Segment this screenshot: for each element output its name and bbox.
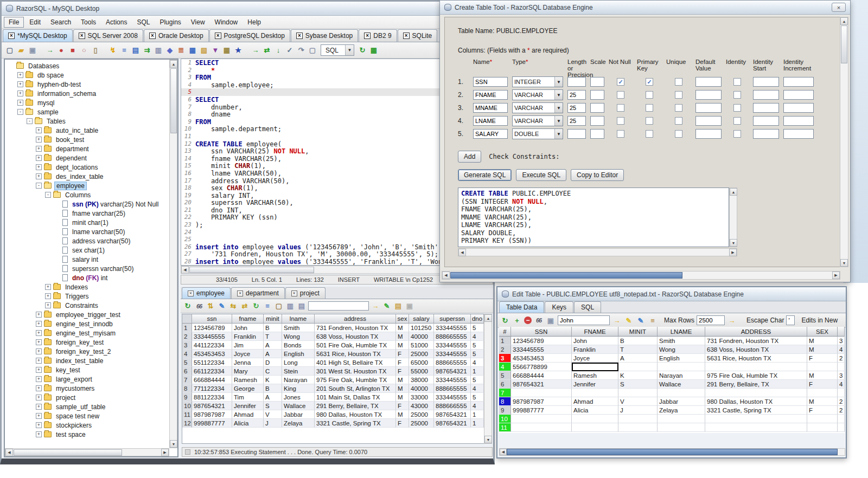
- cell[interactable]: M: [396, 376, 409, 384]
- column-header-fname[interactable]: fname: [232, 314, 264, 324]
- cell[interactable]: 33000: [409, 393, 434, 402]
- table-row[interactable]: 3441122334JimABonds501 Fire Oak, Humble …: [182, 341, 484, 350]
- cell[interactable]: 771122334: [192, 384, 232, 393]
- expand-icon[interactable]: +: [36, 137, 42, 143]
- cell[interactable]: 638 Voss, Houston TX: [705, 345, 807, 354]
- scale-input[interactable]: [590, 116, 604, 126]
- tree-item-hyphen-db-test[interactable]: +hyphen-db-test: [6, 80, 169, 89]
- scroll-down-icon[interactable]: ▼: [730, 239, 737, 247]
- cell[interactable]: 888665555: [434, 384, 471, 393]
- column-name-input[interactable]: [473, 77, 508, 87]
- generated-sql-preview[interactable]: CREATE TABLE PUBLIC.EMPLOYEE(SSN INTEGER…: [458, 188, 729, 247]
- identity-checkbox[interactable]: [733, 117, 741, 125]
- tree-item-mycustomers[interactable]: +mycustomers: [6, 384, 169, 393]
- cell[interactable]: Smith: [282, 324, 315, 332]
- cell[interactable]: 999887777: [511, 406, 572, 415]
- scale-input[interactable]: [590, 103, 604, 113]
- identity-start-input[interactable]: [753, 129, 779, 139]
- cell[interactable]: 1: [471, 419, 484, 428]
- cell[interactable]: 5: [471, 350, 484, 358]
- copy-icon[interactable]: ▥: [154, 46, 163, 55]
- edit-table-icon[interactable]: ▦: [188, 46, 197, 55]
- identity-increment-input[interactable]: [783, 77, 814, 87]
- tree-item-key-test[interactable]: +key_test: [6, 365, 169, 374]
- collapse-icon[interactable]: -: [27, 118, 33, 124]
- cell[interactable]: 301 West St. Houston TX: [315, 367, 396, 376]
- db-refresh-icon[interactable]: ↻: [251, 301, 261, 311]
- connection-tab-oracle-desktop[interactable]: ×Oracle Desktop: [144, 29, 209, 42]
- cell[interactable]: Zelaya: [658, 406, 705, 415]
- tree-item-stockpickers[interactable]: +stockpickers: [6, 421, 169, 430]
- copy-to-editor-button[interactable]: Copy to Editor: [571, 169, 624, 181]
- table-row[interactable]: 11987987987AhmadVJabbar980 Dallas, Houst…: [182, 410, 484, 419]
- tree-item-employee-trigger-test[interactable]: +employee_trigger_test: [6, 310, 169, 319]
- cell[interactable]: 661122334: [192, 367, 232, 376]
- column-header-LNAME[interactable]: LNAME: [658, 327, 705, 337]
- cell[interactable]: John: [232, 324, 264, 332]
- cell[interactable]: Narayan: [658, 371, 705, 380]
- expand-icon[interactable]: +: [36, 312, 42, 318]
- cell[interactable]: [618, 415, 658, 423]
- table-row[interactable]: 5551122334JennaDLong401 High St, Bellair…: [182, 358, 484, 367]
- column-fit-icon[interactable]: ⇆: [228, 301, 238, 311]
- cell[interactable]: Stein: [282, 367, 315, 376]
- edit-table-grid[interactable]: #SSNFNAMEMINITLNAMEADDRESSSEX1123456789J…: [499, 327, 845, 433]
- binoculars-icon[interactable]: 66: [534, 315, 544, 325]
- identity-increment-input[interactable]: [783, 103, 814, 113]
- close-tab-icon[interactable]: ×: [149, 33, 156, 39]
- expand-icon[interactable]: +: [36, 376, 42, 382]
- column-header-#[interactable]: #: [499, 327, 511, 337]
- close-tab-icon[interactable]: ×: [403, 33, 410, 39]
- tree-item-constraints[interactable]: +Constraints: [6, 301, 169, 310]
- db-tools-icon[interactable]: ⇉: [142, 46, 152, 55]
- table-row[interactable]: 8771122334GeorgeBKing201 South St, Arlin…: [182, 384, 484, 393]
- identity-checkbox[interactable]: [733, 104, 741, 112]
- cell[interactable]: 987987987: [511, 397, 572, 406]
- cell[interactable]: 888665555: [434, 332, 471, 341]
- cell[interactable]: 40000: [409, 332, 434, 341]
- lightning-icon[interactable]: ↯: [108, 46, 118, 55]
- cell[interactable]: F: [396, 367, 409, 376]
- cell[interactable]: T: [618, 345, 658, 354]
- cell[interactable]: M: [396, 324, 409, 332]
- table-row[interactable]: 11: [499, 423, 845, 432]
- sql-preview-horizontal-scrollbar[interactable]: ◀ ▶: [458, 248, 737, 256]
- go-max-rows-icon[interactable]: →: [727, 315, 737, 325]
- cell[interactable]: 987654321: [511, 380, 572, 389]
- cell[interactable]: 731 Fondren, Houston TX: [315, 324, 396, 332]
- identity-increment-input[interactable]: [783, 90, 814, 100]
- scroll-up-icon[interactable]: ▲: [840, 17, 848, 25]
- cell[interactable]: 453453453: [511, 354, 572, 363]
- cell[interactable]: [572, 415, 618, 423]
- primary-key-checkbox[interactable]: [646, 104, 653, 112]
- scroll-up-icon[interactable]: ▲: [484, 314, 492, 322]
- tree-item-department[interactable]: +department: [6, 144, 169, 153]
- close-tab-icon[interactable]: ×: [291, 290, 297, 296]
- cell[interactable]: [618, 363, 658, 371]
- cell[interactable]: King: [282, 384, 315, 393]
- expand-icon[interactable]: +: [45, 284, 51, 290]
- cell[interactable]: Wong: [658, 345, 705, 354]
- expand-icon[interactable]: +: [17, 100, 23, 106]
- column-type-select[interactable]: VARCHAR▼: [512, 89, 563, 100]
- query-builder-icon[interactable]: ▧: [199, 46, 209, 55]
- save-icon[interactable]: ▣: [28, 46, 37, 55]
- tree-item-columns[interactable]: -Columns: [6, 190, 169, 199]
- cell[interactable]: [658, 363, 705, 371]
- cell[interactable]: V: [264, 410, 282, 419]
- tree-item-auto-inc-table[interactable]: +auto_inc_table: [6, 126, 169, 135]
- cell[interactable]: 551122334: [192, 358, 232, 367]
- create-dialog-titlebar[interactable]: Create Table Tool - RazorSQL Database En…: [440, 1, 850, 15]
- cell[interactable]: [618, 423, 658, 432]
- cell[interactable]: [838, 363, 845, 371]
- filter-icon[interactable]: ≡: [648, 315, 658, 325]
- cell[interactable]: B: [264, 324, 282, 332]
- primary-key-checkbox[interactable]: [646, 117, 653, 125]
- tree-item[interactable]: ssn (PK) varchar(25) Not Null: [6, 199, 169, 209]
- cell[interactable]: 453453453: [192, 350, 232, 358]
- cell[interactable]: [658, 423, 705, 432]
- tree-item-lname-varchar-50-[interactable]: lname varchar(50): [6, 227, 169, 236]
- database-icon[interactable]: ▯: [91, 46, 100, 55]
- execute-sql-button[interactable]: Execute SQL: [516, 169, 566, 181]
- paste-icon[interactable]: ▤: [297, 301, 307, 311]
